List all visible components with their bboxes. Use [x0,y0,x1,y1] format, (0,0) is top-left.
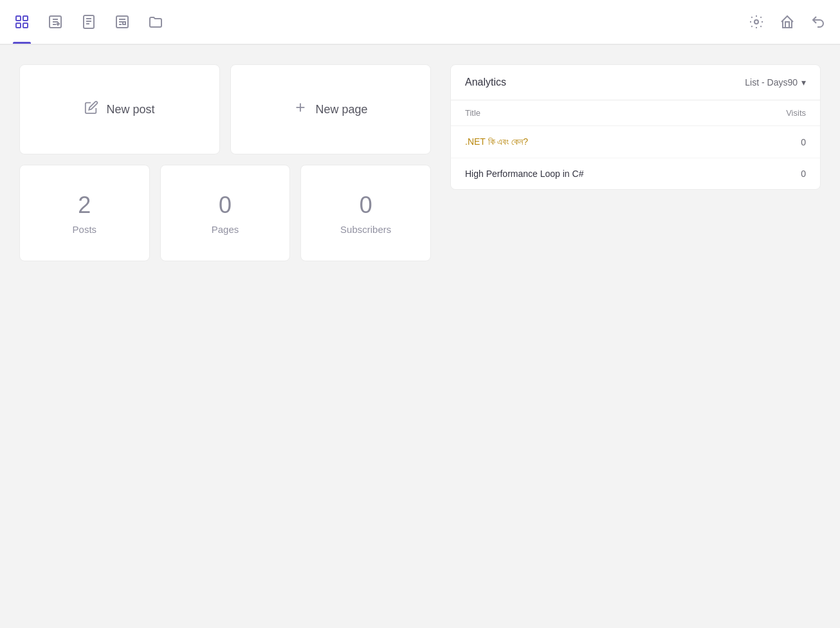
subscribers-stat-card[interactable]: 0 Subscribers [300,165,431,261]
analytics-filter-label: List - Days90 [745,77,798,88]
folder-nav-icon[interactable] [147,13,165,31]
nav-left [13,13,165,31]
analytics-row[interactable]: .NET কি এবং কেন?0 [451,126,820,158]
pages-label: Pages [212,224,239,235]
subscribers-count: 0 [360,192,372,219]
main-content: New post New page 2 Posts [0,45,840,281]
undo-icon[interactable] [809,13,827,31]
col-visits-header: Visits [786,108,806,118]
svg-point-8 [754,20,758,24]
home-icon[interactable] [778,13,796,31]
svg-rect-2 [16,23,21,28]
analytics-rows: .NET কি এবং কেন?0High Performance Loop i… [451,126,820,189]
posts-stat-card[interactable]: 2 Posts [19,165,150,261]
settings-icon[interactable] [747,13,765,31]
analytics-row-visits: 0 [801,137,806,147]
chevron-down-icon: ▾ [801,77,806,88]
action-cards-row: New post New page [19,64,431,154]
dashboard-icon[interactable] [13,13,31,31]
pen-icon [84,100,98,118]
analytics-panel: Analytics List - Days90 ▾ Title Visits .… [450,64,821,190]
analytics-row[interactable]: High Performance Loop in C#0 [451,158,820,189]
analytics-row-title: High Performance Loop in C# [465,169,583,179]
analytics-row-title: .NET কি এবং কেন? [465,136,528,147]
posts-label: Posts [73,224,97,235]
analytics-header: Analytics List - Days90 ▾ [451,65,820,100]
new-page-card[interactable]: New page [230,64,431,154]
analytics-filter-button[interactable]: List - Days90 ▾ [745,77,806,88]
nav-right [747,13,827,31]
pages-stat-card[interactable]: 0 Pages [160,165,291,261]
svg-rect-7 [123,22,125,24]
members-nav-icon[interactable] [113,13,131,31]
left-panel: New post New page 2 Posts [19,64,431,261]
analytics-table-header: Title Visits [451,100,820,126]
new-page-label: New page [315,103,367,116]
new-post-card[interactable]: New post [19,64,220,154]
posts-count: 2 [78,192,91,219]
analytics-title: Analytics [465,77,506,88]
top-navigation [0,0,840,45]
new-post-label: New post [106,103,154,116]
plus-icon [293,100,307,118]
pages-nav-icon[interactable] [80,13,98,31]
svg-rect-3 [23,23,28,28]
stat-cards-row: 2 Posts 0 Pages 0 Subscribers [19,165,431,261]
posts-nav-icon[interactable] [46,13,64,31]
svg-rect-1 [23,16,28,21]
analytics-row-visits: 0 [801,169,806,179]
subscribers-label: Subscribers [340,224,391,235]
svg-rect-0 [16,16,21,21]
pages-count: 0 [219,192,232,219]
col-title-header: Title [465,108,480,118]
active-nav-indicator [13,42,31,44]
